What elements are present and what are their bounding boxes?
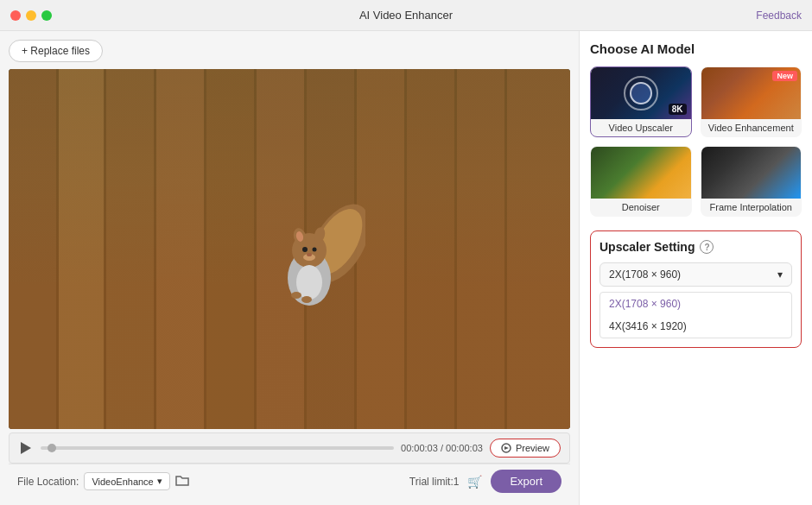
- model-thumb-denoiser: [591, 147, 691, 199]
- file-location-label: File Location:: [17, 476, 79, 488]
- badge-8k: 8K: [669, 104, 687, 115]
- option-2x[interactable]: 2X(1708 × 960): [600, 293, 791, 315]
- video-container: [9, 69, 570, 429]
- minimize-button[interactable]: [26, 10, 36, 21]
- preview-button[interactable]: Preview: [490, 439, 561, 458]
- app-title: AI Video Enhancer: [359, 9, 453, 22]
- dropdown-chevron: ▾: [777, 268, 783, 281]
- model-thumb-upscaler: 8K: [591, 67, 691, 119]
- progress-track[interactable]: [41, 446, 394, 450]
- video-inner: [9, 69, 570, 429]
- upscaler-dropdown[interactable]: 2X(1708 × 960) ▾: [599, 262, 792, 287]
- svg-point-7: [302, 247, 308, 252]
- maximize-button[interactable]: [41, 10, 52, 21]
- right-panel: Choose AI Model 8K Video Upscaler New Vi…: [579, 31, 812, 505]
- play-button[interactable]: [18, 440, 34, 456]
- replace-files-button[interactable]: + Replace files: [9, 40, 103, 62]
- dropdown-options: 2X(1708 × 960) 4X(3416 × 1920): [599, 292, 792, 338]
- model-grid: 8K Video Upscaler New Video Enhancement …: [590, 66, 802, 217]
- folder-open-button[interactable]: [175, 474, 189, 489]
- traffic-lights: [10, 10, 52, 21]
- current-time: 00:00:03: [401, 443, 438, 453]
- model-card-frame-interpolation[interactable]: Frame Interpolation: [701, 146, 802, 217]
- upscaler-setting-section: Upscaler Setting ? 2X(1708 × 960) ▾ 2X(1…: [590, 230, 802, 348]
- file-location-value: VideoEnhance: [92, 477, 153, 487]
- replace-btn-row: + Replace files: [9, 40, 570, 62]
- svg-marker-14: [21, 442, 31, 454]
- model-label-denoiser: Denoiser: [591, 199, 691, 216]
- time-display: 00:00:03 / 00:00:03: [401, 443, 483, 453]
- choose-model-title: Choose AI Model: [590, 41, 802, 56]
- file-location-select[interactable]: VideoEnhance ▾: [84, 472, 170, 490]
- model-card-video-upscaler[interactable]: 8K Video Upscaler: [590, 66, 692, 137]
- close-button[interactable]: [10, 10, 21, 21]
- selected-option: 2X(1708 × 960): [609, 268, 681, 281]
- cart-icon[interactable]: 🛒: [467, 475, 482, 489]
- left-panel: + Replace files: [0, 31, 579, 505]
- model-thumb-interpolation: [701, 147, 802, 199]
- lens-outer: [624, 76, 658, 110]
- trial-limit-label: Trial limit:1: [409, 476, 460, 488]
- progress-thumb: [48, 444, 56, 452]
- option-4x[interactable]: 4X(3416 × 1920): [600, 315, 791, 338]
- model-thumb-enhancement: New: [701, 67, 802, 119]
- preview-label: Preview: [516, 443, 549, 453]
- setting-header: Upscaler Setting ?: [599, 240, 792, 254]
- main-layout: + Replace files: [0, 31, 812, 505]
- model-card-video-enhancement[interactable]: New Video Enhancement: [701, 66, 802, 137]
- export-button[interactable]: Export: [491, 470, 561, 493]
- model-label-interpolation: Frame Interpolation: [701, 199, 802, 216]
- squirrel-overlay: [262, 192, 365, 321]
- feedback-link[interactable]: Feedback: [756, 9, 802, 22]
- title-bar: AI Video Enhancer Feedback: [0, 0, 812, 31]
- bottom-bar: File Location: VideoEnhance ▾ Trial limi…: [9, 464, 570, 498]
- model-label-upscaler: Video Upscaler: [591, 119, 691, 136]
- help-icon[interactable]: ?: [700, 240, 714, 254]
- svg-point-12: [291, 292, 301, 299]
- model-card-denoiser[interactable]: Denoiser: [590, 146, 692, 217]
- bottom-right: Trial limit:1 🛒 Export: [409, 470, 561, 493]
- model-label-enhancement: Video Enhancement: [701, 119, 802, 136]
- svg-point-10: [307, 253, 312, 256]
- chevron-down-icon: ▾: [157, 476, 162, 487]
- upscaler-setting-title: Upscaler Setting: [599, 240, 695, 254]
- controls-bar: 00:00:03 / 00:00:03 Preview: [9, 432, 570, 464]
- svg-point-8: [312, 247, 316, 251]
- badge-new: New: [772, 71, 797, 81]
- total-time: 00:00:03: [446, 443, 483, 453]
- lens-inner: [630, 82, 652, 104]
- svg-marker-16: [504, 446, 509, 450]
- svg-point-13: [301, 296, 312, 303]
